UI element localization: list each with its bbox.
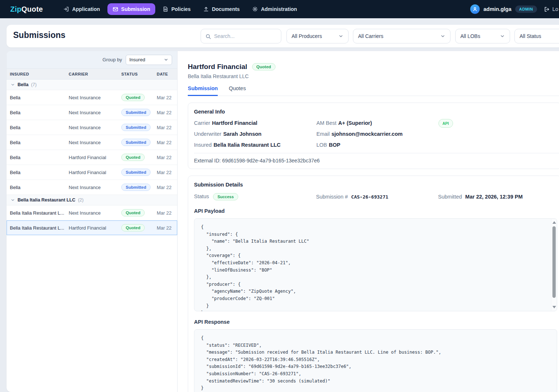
chevron-down-icon — [164, 57, 168, 62]
api-payload-code-block[interactable]: { "insured": { "name": "Bella Italia Res… — [194, 218, 557, 311]
row-date: Mar 22 — [157, 210, 177, 216]
chevron-down-icon — [11, 198, 15, 202]
search-input[interactable] — [214, 29, 278, 43]
insured-field: InsuredBella Italia Restaurant LLC — [194, 142, 316, 148]
row-date: Mar 22 — [157, 225, 177, 231]
logout-label: Lo — [552, 6, 558, 12]
status-badge: Submitted — [121, 139, 151, 146]
nav-item-label: Administration — [261, 6, 297, 12]
api-response-code-block[interactable]: { "status": "RECEIVED", "message": "Subm… — [194, 329, 557, 392]
user-avatar — [470, 4, 480, 14]
logo-quote: Quote — [22, 5, 43, 13]
page-title: Submissions — [13, 30, 65, 40]
status-badge: Submitted — [121, 169, 151, 176]
detail-title: Hartford Financial — [188, 63, 247, 71]
table-row[interactable]: Bella Next Insurance Submitted Mar 22 — [7, 105, 177, 120]
tab-quotes[interactable]: Quotes — [229, 85, 246, 96]
general-info-card: General Info API CarrierHartford Financi… — [188, 103, 559, 169]
status-badge: Submitted — [121, 124, 151, 131]
lobs-filter[interactable]: All LOBs — [455, 29, 510, 43]
application-icon — [63, 6, 69, 12]
app-logo[interactable]: ZipQuote — [10, 5, 43, 14]
row-date: Mar 22 — [157, 95, 177, 100]
table-row[interactable]: Bella Hartford Financial Submitted Mar 2… — [7, 165, 177, 180]
producers-filter-value: All Producers — [292, 33, 322, 39]
row-date: Mar 22 — [157, 140, 177, 145]
row-insured: Bella — [10, 125, 69, 130]
carriers-filter[interactable]: All Carriers — [353, 29, 450, 43]
row-date: Mar 22 — [157, 125, 177, 130]
nav-item-label: Submission — [121, 6, 150, 12]
producers-filter[interactable]: All Producers — [286, 29, 349, 43]
table-row[interactable]: Bella Next Insurance Submitted Mar 22 — [7, 180, 177, 195]
table-row[interactable]: Bella Next Insurance Submitted Mar 22 — [7, 135, 177, 150]
nav-item-submission[interactable]: Submission — [107, 3, 155, 15]
group-header-bella-italia[interactable]: Bella Italia Restaurant LLC (2) — [7, 195, 177, 205]
admin-role-badge: ADMIN — [515, 5, 537, 13]
scroll-down-arrow[interactable] — [552, 306, 556, 308]
nav-item-administration[interactable]: Administration — [247, 3, 302, 15]
chevron-down-icon — [500, 34, 505, 39]
chevron-down-icon — [11, 82, 15, 87]
row-insured: Bella — [10, 185, 69, 190]
table-row[interactable]: Bella Hartford Financial Quoted Mar 22 — [7, 150, 177, 165]
group-by-select[interactable]: Insured — [126, 55, 172, 65]
tab-submission[interactable]: Submission — [188, 85, 218, 96]
submission-icon — [113, 6, 118, 12]
logo-zip: Zip — [10, 5, 22, 13]
row-date: Mar 22 — [157, 185, 177, 190]
table-row[interactable]: Bella Italia Restaurant L... Next Insura… — [7, 205, 177, 220]
row-carrier: Next Insurance — [69, 95, 121, 100]
row-carrier: Hartford Financial — [69, 155, 121, 160]
nav-item-documents[interactable]: Documents — [198, 3, 245, 15]
row-insured: Bella Italia Restaurant L... — [10, 210, 69, 216]
lob-field: LOBBOP — [316, 142, 438, 148]
status-field: Status Success — [194, 193, 316, 200]
status-badge: Submitted — [121, 109, 151, 116]
table-row[interactable]: Bella Next Insurance Quoted Mar 22 — [7, 90, 177, 105]
status-filter[interactable]: All Status — [514, 29, 559, 43]
nav-item-policies[interactable]: Policies — [157, 3, 196, 15]
am-best-field: AM BestA+ (Superior) — [316, 120, 438, 126]
status-badge: Quoted — [121, 224, 145, 231]
nav-items: Application Submission Policies Document… — [58, 3, 302, 15]
status-badge: Quoted — [121, 94, 145, 101]
row-insured: Bella — [10, 95, 69, 100]
success-badge: Success — [213, 193, 238, 200]
table-row-selected[interactable]: Bella Italia Restaurant L... Hartford Fi… — [7, 220, 177, 235]
external-id: External ID: 69d61598-9d2e-4a79-b165-13e… — [194, 153, 559, 169]
column-header-carrier: CARRIER — [69, 72, 121, 76]
status-badge: Quoted — [121, 209, 145, 216]
scroll-up-arrow[interactable] — [552, 221, 556, 224]
scrollbar-thumb[interactable] — [552, 226, 556, 298]
row-carrier: Next Insurance — [69, 110, 121, 115]
search-icon — [205, 34, 211, 39]
group-header-bella[interactable]: Bella (7) — [7, 80, 177, 90]
group-count: (7) — [31, 82, 37, 87]
row-date: Mar 22 — [157, 110, 177, 115]
api-response-label: API Response — [194, 319, 552, 325]
group-by-label: Group by — [103, 57, 122, 62]
table-row[interactable]: Bella Next Insurance Submitted Mar 22 — [7, 120, 177, 135]
api-payload-label: API Payload — [194, 208, 552, 214]
carriers-filter-value: All Carriers — [358, 33, 383, 39]
row-carrier: Hartford Financial — [69, 170, 121, 175]
group-name: Bella Italia Restaurant LLC — [18, 197, 75, 203]
api-badge: API — [438, 119, 453, 128]
api-response-json: { "status": "RECEIVED", "message": "Subm… — [194, 330, 557, 392]
nav-item-application[interactable]: Application — [58, 3, 105, 15]
detail-subtitle: Bella Italia Restaurant LLC — [188, 73, 559, 79]
api-payload-json: { "insured": { "name": "Bella Italia Res… — [194, 219, 557, 311]
administration-gear-icon — [252, 6, 258, 12]
scrollbar[interactable] — [551, 219, 556, 311]
group-by-value: Insured — [129, 57, 145, 62]
submission-details-heading: Submission Details — [194, 182, 552, 188]
column-header-date: DATE — [157, 72, 177, 76]
submission-number-field: Submission # CAS-26-693271 — [316, 194, 438, 200]
nav-item-label: Application — [72, 6, 100, 12]
column-header-status: STATUS — [121, 72, 157, 76]
submissions-list-panel: Group by Insured INSURED CARRIER STATUS … — [7, 51, 178, 392]
logout-button[interactable]: Lo — [544, 6, 558, 12]
logout-icon — [544, 6, 550, 12]
status-badge: Submitted — [121, 184, 151, 191]
